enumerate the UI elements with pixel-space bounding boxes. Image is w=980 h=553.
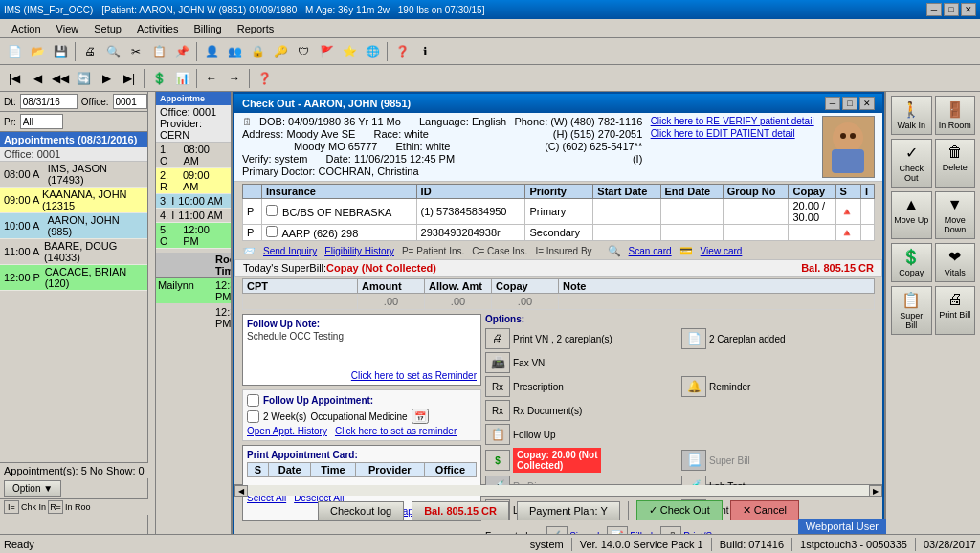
new-button[interactable]: 📄 <box>4 41 25 62</box>
appt-item-3[interactable]: 11:00 A BAARE, DOUG (14033) <box>0 239 147 265</box>
ins-checkbox-1[interactable] <box>266 205 278 216</box>
right-appt-3[interactable]: 4. I 11:00 AM <box>156 209 231 223</box>
option-button[interactable]: Option ▼ <box>4 480 61 497</box>
reminder-option[interactable]: 🔔 Reminder <box>681 376 875 397</box>
set-appt-reminder-link[interactable]: Click here to set as reminder <box>335 426 457 436</box>
follow-up-appt-checkbox[interactable] <box>247 394 259 407</box>
vitals-button[interactable]: ❤ Vitals <box>935 243 976 282</box>
nav-prev[interactable]: ◀ <box>27 68 48 89</box>
check-out-button[interactable]: ✓ Check Out <box>636 500 723 520</box>
menu-view[interactable]: View <box>49 21 87 36</box>
balance-button[interactable]: Bal. 805.15 CR <box>412 501 509 520</box>
forward-button[interactable]: → <box>224 68 245 89</box>
chart-button[interactable]: 📊 <box>171 68 192 89</box>
question2-button[interactable]: ❓ <box>254 68 275 89</box>
check-out-sidebar-button[interactable]: ✓ Check Out <box>891 139 932 188</box>
key-button[interactable]: 🔑 <box>270 41 291 62</box>
nav-last[interactable]: ▶| <box>119 68 140 89</box>
move-down-button[interactable]: ▼ Move Down <box>935 191 976 239</box>
follow-up-option[interactable]: 📋 Follow Up <box>485 424 679 445</box>
payment-plan-button[interactable]: Payment Plan: Y <box>517 501 620 520</box>
set-reminder-link[interactable]: Click here to set as Reminder <box>351 370 477 381</box>
dialog-minimize[interactable]: ─ <box>825 97 840 110</box>
send-inquiry-link[interactable]: Send Inquiry <box>263 246 317 256</box>
fax-vn-option[interactable]: 📠 Fax VN <box>485 352 679 373</box>
help-button[interactable]: ❓ <box>391 41 412 62</box>
cancel-button[interactable]: ✕ Cancel <box>730 500 799 520</box>
right-appt-0[interactable]: 1. O 08:00 AM <box>156 143 231 168</box>
super-bill-sidebar-button[interactable]: 📋 Super Bill <box>891 286 932 335</box>
right-appt-4[interactable]: 5. O 12:00 PM <box>156 223 231 249</box>
walk-in-button[interactable]: 🚶 Walk In <box>891 96 932 135</box>
menu-billing[interactable]: Billing <box>186 21 229 36</box>
dialog-maximize[interactable]: □ <box>842 97 858 110</box>
dollar-button[interactable]: 💲 <box>148 68 169 89</box>
menu-activities[interactable]: Activities <box>129 21 186 36</box>
scroll-track[interactable] <box>248 485 869 496</box>
close-button[interactable]: ✕ <box>961 3 976 16</box>
open-button[interactable]: 📂 <box>27 41 48 62</box>
menu-action[interactable]: Action <box>4 21 49 36</box>
open-appt-history-link[interactable]: Open Appt. History <box>247 426 327 436</box>
right-appt-1[interactable]: 2. R 09:00 AM <box>156 168 231 194</box>
copay-option[interactable]: $ Copay: 20.00 (NotCollected) <box>485 448 679 473</box>
prescription-option[interactable]: Rx Prescription <box>485 376 679 397</box>
office-input[interactable] <box>113 94 147 109</box>
flag-button[interactable]: 🚩 <box>316 41 337 62</box>
careplan-option[interactable]: 📄 2 Careplan added <box>681 328 875 349</box>
person2-button[interactable]: 👥 <box>224 41 245 62</box>
re-verify-link[interactable]: Click here to RE-VERIFY patient detail <box>651 116 814 126</box>
appt-item-2[interactable]: 10:00 A AARON, JOHN (985) <box>0 213 147 239</box>
nav-next[interactable]: ▶ <box>96 68 117 89</box>
checkout-log-button[interactable]: Checkout log <box>318 501 404 520</box>
scroll-left-btn[interactable]: ◀ <box>234 485 248 497</box>
view-card-link[interactable]: View card <box>701 246 743 256</box>
ins-checkbox-2[interactable] <box>266 226 278 237</box>
person-button[interactable]: 👤 <box>201 41 222 62</box>
print-button[interactable]: 🖨 <box>79 41 100 62</box>
rx-docs-option[interactable]: Rx Rx Document(s) <box>485 400 679 421</box>
scroll-right-btn[interactable]: ▶ <box>869 485 882 497</box>
appt-item-1[interactable]: 09:00 A KAANANA, JOHN (12315 <box>0 188 147 213</box>
back-button[interactable]: ← <box>201 68 222 89</box>
scissors-button[interactable]: ✂ <box>125 41 146 62</box>
preview-button[interactable]: 🔍 <box>102 41 123 62</box>
copay-red-btn[interactable]: Copay: 20.00 (NotCollected) <box>513 448 601 473</box>
nav-refresh[interactable]: 🔄 <box>73 68 94 89</box>
pr-input[interactable] <box>20 114 63 129</box>
nav-back[interactable]: ◀◀ <box>50 68 71 89</box>
in-room-button[interactable]: 🚪 In Room <box>935 96 976 135</box>
dt-input[interactable] <box>20 94 78 109</box>
info-button[interactable]: ℹ <box>414 41 435 62</box>
menu-reports[interactable]: Reports <box>230 21 282 36</box>
right-appt-2[interactable]: 3. I 10:00 AM <box>156 194 231 209</box>
super-bill-option[interactable]: 📃 Super Bill <box>681 448 875 473</box>
appt-item-0[interactable]: 08:00 A IMS, JASON (17493) <box>0 162 147 188</box>
chk-in-btn[interactable]: I= <box>4 500 19 514</box>
move-up-button[interactable]: ▲ Move Up <box>891 191 932 239</box>
menu-setup[interactable]: Setup <box>86 21 129 36</box>
calendar-btn[interactable]: 📅 <box>412 409 429 424</box>
delete-button[interactable]: 🗑 Delete <box>935 139 976 188</box>
star-button[interactable]: ⭐ <box>339 41 360 62</box>
lock-button[interactable]: 🔒 <box>247 41 268 62</box>
nav-first[interactable]: |◀ <box>4 68 25 89</box>
print-bill-button[interactable]: 🖨 Print Bill <box>935 286 976 335</box>
copy-button[interactable]: 📋 <box>148 41 169 62</box>
edit-patient-link[interactable]: Click here to EDIT PATIENT detail <box>651 128 814 139</box>
maximize-button[interactable]: □ <box>944 3 959 16</box>
appt-item-4[interactable]: 12:00 P CACACE, BRIAN (120) <box>0 265 147 291</box>
minimize-button[interactable]: ─ <box>926 3 942 16</box>
dialog-close[interactable]: ✕ <box>859 97 875 110</box>
save-button[interactable]: 💾 <box>50 41 71 62</box>
shield-button[interactable]: 🛡 <box>293 41 314 62</box>
weeks-checkbox[interactable] <box>247 410 259 423</box>
copay-sidebar-button[interactable]: 💲 Copay <box>891 243 932 282</box>
paste-button[interactable]: 📌 <box>171 41 192 62</box>
r-in-btn[interactable]: R= <box>48 500 63 514</box>
scan-card-link[interactable]: Scan card <box>629 246 672 256</box>
print-vn-option[interactable]: 🖨 Print VN , 2 careplan(s) <box>485 328 679 349</box>
globe-button[interactable]: 🌐 <box>362 41 383 62</box>
eligibility-history-link[interactable]: Eligibility History <box>324 246 394 256</box>
horizontal-scroll[interactable]: ◀ ▶ <box>234 484 882 496</box>
